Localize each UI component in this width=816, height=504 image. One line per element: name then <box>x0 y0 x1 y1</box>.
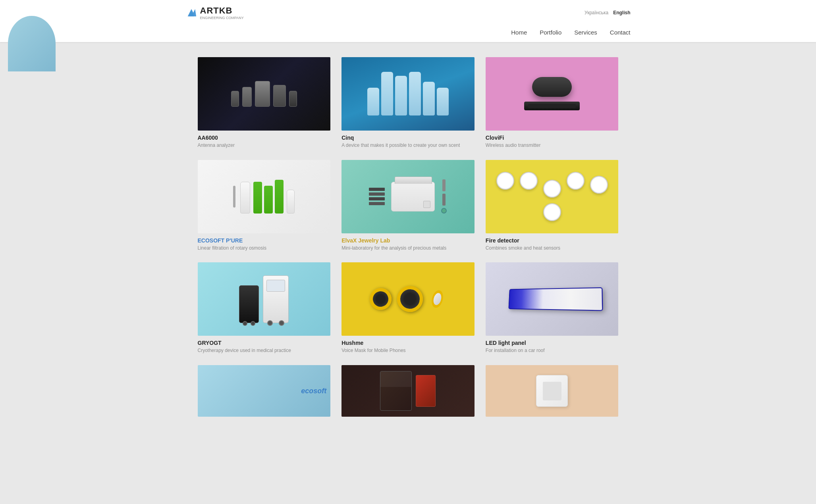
lang-switcher: Українська English <box>585 10 630 15</box>
nav-portfolio[interactable]: Portfolio <box>540 29 561 36</box>
lang-ua[interactable]: Українська <box>585 10 608 15</box>
lang-en[interactable]: English <box>613 10 630 15</box>
portfolio-item-peach[interactable] <box>486 365 619 421</box>
nav-contact[interactable]: Contact <box>610 29 631 36</box>
portfolio-item-led[interactable]: LED light panel For installation on a ca… <box>486 262 619 354</box>
portfolio-item-fire[interactable]: Fire detector Combines smoke and heat se… <box>486 160 619 252</box>
portfolio-item-clovifi[interactable]: CloviFi Wireless audio transmitter <box>486 57 619 149</box>
portfolio-title-clovifi: CloviFi <box>486 135 619 141</box>
main-content: AA6000 Antenna analyzer Cinq A device th… <box>190 45 627 437</box>
portfolio-grid: AA6000 Antenna analyzer Cinq A device th… <box>198 57 619 421</box>
portfolio-image-peach <box>486 365 619 417</box>
portfolio-image-clovifi <box>486 57 619 131</box>
portfolio-image-led <box>486 262 619 336</box>
portfolio-desc-clovifi: Wireless audio transmitter <box>486 142 619 149</box>
portfolio-item-ecosoft2[interactable]: ecosoft <box>198 365 331 421</box>
nav-services[interactable]: Services <box>574 29 597 36</box>
nav-home[interactable]: Home <box>511 29 527 36</box>
portfolio-image-fire <box>486 160 619 233</box>
portfolio-title-fire: Fire detector <box>486 237 619 244</box>
portfolio-title-led: LED light panel <box>486 340 619 346</box>
portfolio-desc-led: For installation on a car roof <box>486 347 619 354</box>
portfolio-desc-fire: Combines smoke and heat sensors <box>486 245 619 252</box>
portfolio-image-ecosoft2: ecosoft <box>198 365 331 417</box>
